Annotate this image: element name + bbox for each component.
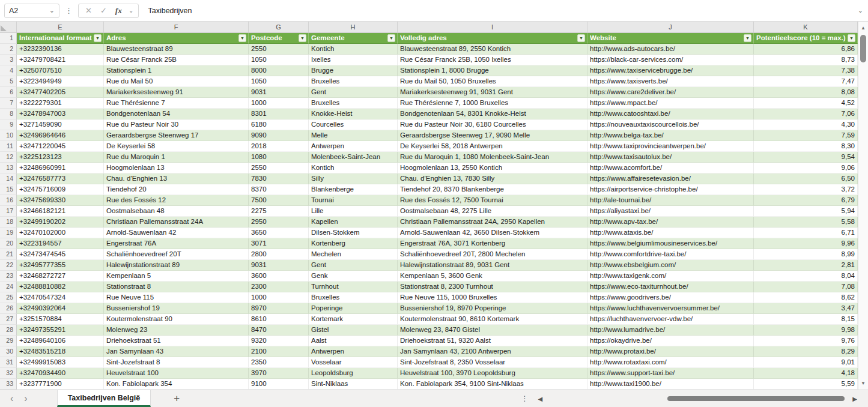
cell[interactable]: Rue du Pasteur Noir 30, 6180 Courcelles (398, 119, 587, 130)
table-header-cell[interactable]: Adres▼ (104, 33, 249, 44)
cell[interactable]: Kempenlaan 5, 3600 Genk (398, 271, 587, 282)
cell[interactable]: Oostmalsebaan 48, 2275 Lille (398, 206, 587, 217)
cell[interactable]: Engerstraat 76A (104, 238, 249, 249)
table-header-cell[interactable]: Volledig adres▼ (398, 33, 587, 44)
cell[interactable]: Bruxelles (309, 98, 398, 109)
cell[interactable]: 2800 (249, 249, 309, 260)
cell[interactable]: Turnhout (309, 282, 398, 292)
cell[interactable]: Mariakerksesteenweg 91 (104, 87, 249, 98)
row-number[interactable]: 18 (0, 217, 17, 228)
column-letter-I[interactable]: I (398, 22, 587, 32)
cell[interactable]: 2550 (249, 44, 309, 55)
cell[interactable]: 9,96 (754, 238, 858, 249)
cell[interactable]: Kortenberg (309, 238, 398, 249)
cell[interactable]: Kon. Fabiolapark 354, 9100 Sint-Niklaas (398, 379, 587, 390)
cell[interactable]: Bondgenotenlaan 54, 8301 Knokke-Heist (398, 109, 587, 119)
cell[interactable]: +32466182121 (17, 206, 104, 217)
row-number[interactable]: 17 (0, 206, 17, 217)
cell[interactable]: http://www.ataxis.be/ (587, 228, 754, 238)
filter-button[interactable]: ▼ (94, 34, 102, 42)
cell[interactable]: http://www.taxi1900.be/ (587, 379, 754, 390)
cell[interactable]: Rue Thérésienne 7, 1000 Bruxelles (398, 98, 587, 109)
cell[interactable]: 2950 (249, 217, 309, 228)
cell[interactable]: 9031 (249, 87, 309, 98)
column-letter-K[interactable]: K (754, 22, 858, 32)
row-number[interactable]: 9 (0, 119, 17, 130)
cell[interactable]: Tiendehof 20, 8370 Blankenberge (398, 184, 587, 195)
row-number[interactable]: 27 (0, 314, 17, 325)
cell[interactable]: 4,18 (754, 368, 858, 379)
cell[interactable]: Geraardsbergse Steenweg 17 (104, 130, 249, 141)
cell[interactable]: Mariakerksesteenweg 91, 9031 Gent (398, 87, 587, 98)
cell[interactable]: 4,30 (754, 119, 858, 130)
cell[interactable]: 8470 (249, 325, 309, 336)
row-number[interactable]: 15 (0, 184, 17, 195)
cell[interactable]: Kortemark (309, 314, 398, 325)
cell[interactable]: 7500 (249, 195, 309, 206)
cell[interactable]: +32490392064 (17, 303, 104, 314)
cell[interactable]: https://www.affairesetevasion.be/ (587, 173, 754, 184)
cell[interactable]: Antwerpen (309, 141, 398, 152)
cell[interactable]: 8,29 (754, 346, 858, 357)
cell[interactable]: http://www.taxigenk.com/ (587, 271, 754, 282)
cell[interactable]: Heuvelstraat 100 (104, 368, 249, 379)
formula-bar-expand-icon[interactable]: ⌄ (855, 7, 868, 14)
cell[interactable]: De Keyserlei 58, 2018 Antwerpen (398, 141, 587, 152)
cell[interactable]: 9,06 (754, 163, 858, 173)
table-header-cell[interactable]: Website▼ (587, 33, 754, 44)
vertical-scrollbar-thumb[interactable] (860, 35, 866, 62)
cell[interactable]: 7830 (249, 173, 309, 184)
filter-button[interactable]: ▼ (848, 34, 855, 42)
cell[interactable]: 5,58 (754, 217, 858, 228)
row-number[interactable]: 3 (0, 55, 17, 65)
cell[interactable]: Rue des Fossés 12, 7500 Tournai (398, 195, 587, 206)
cell[interactable]: +32483515218 (17, 346, 104, 357)
cell[interactable]: Rue Thérésienne 7 (104, 98, 249, 109)
cell[interactable]: +32488810882 (17, 282, 104, 292)
cell[interactable]: 3,47 (754, 303, 858, 314)
cell[interactable]: +32499190202 (17, 217, 104, 228)
cell[interactable]: Busseniershof 19, 8970 Poperinge (398, 303, 587, 314)
cell[interactable]: +3251570884 (17, 314, 104, 325)
horizontal-scrollbar[interactable] (547, 396, 848, 402)
cell[interactable]: https://aliyastaxi.be/ (587, 206, 754, 217)
cell[interactable]: Tournai (309, 195, 398, 206)
cell[interactable]: 8,99 (754, 249, 858, 260)
cell[interactable]: 2300 (249, 282, 309, 292)
cell[interactable]: 8,15 (754, 314, 858, 325)
cell[interactable]: 8370 (249, 184, 309, 195)
cell[interactable]: Antwerpen (309, 346, 398, 357)
cell[interactable]: 9,54 (754, 152, 858, 163)
name-box-chevron-icon[interactable]: ⌄ (49, 7, 55, 14)
row-number[interactable]: 10 (0, 130, 17, 141)
cell[interactable]: Christiaan Pallemansstraat 24A, 2950 Kap… (398, 217, 587, 228)
cell[interactable]: +3250707510 (17, 65, 104, 76)
cell[interactable]: De Keyserlei 58 (104, 141, 249, 152)
row-number[interactable]: 32 (0, 368, 17, 379)
cell[interactable]: https://www.taxiservicebrugge.be/ (587, 65, 754, 76)
cell[interactable]: Stationsplein 1, 8000 Brugge (398, 65, 587, 76)
cell[interactable]: +32486960991 (17, 163, 104, 173)
cell[interactable]: http://www.lumadrive.be/ (587, 325, 754, 336)
cell[interactable]: Arnold-Sauwenlaan 42 (104, 228, 249, 238)
cell[interactable]: Rue César Franck 25B (104, 55, 249, 65)
cell[interactable]: Halewijnstationstraat 89 (104, 260, 249, 271)
cell[interactable]: 7,38 (754, 65, 858, 76)
cell[interactable]: 9,98 (754, 325, 858, 336)
cell[interactable]: +32496964646 (17, 130, 104, 141)
row-number[interactable]: 1 (0, 33, 17, 44)
cell[interactable]: 2100 (249, 346, 309, 357)
cell[interactable]: https://airportservice-christophe.be/ (587, 184, 754, 195)
cell[interactable]: Bruxelles (309, 76, 398, 87)
cell[interactable]: +32470934490 (17, 368, 104, 379)
cell[interactable]: http://www.acomfort.be/ (587, 163, 754, 173)
cell[interactable]: Brugge (309, 65, 398, 76)
row-number[interactable]: 33 (0, 379, 17, 390)
cell[interactable]: Sint-Niklaas (309, 379, 398, 390)
scroll-right-icon[interactable]: ▶ (849, 396, 861, 402)
row-number[interactable]: 23 (0, 271, 17, 282)
cell[interactable]: +3223494949 (17, 76, 104, 87)
name-box[interactable]: A2 ⌄ (4, 4, 59, 18)
cell[interactable]: Kontich (309, 163, 398, 173)
cell[interactable]: 5,94 (754, 206, 858, 217)
